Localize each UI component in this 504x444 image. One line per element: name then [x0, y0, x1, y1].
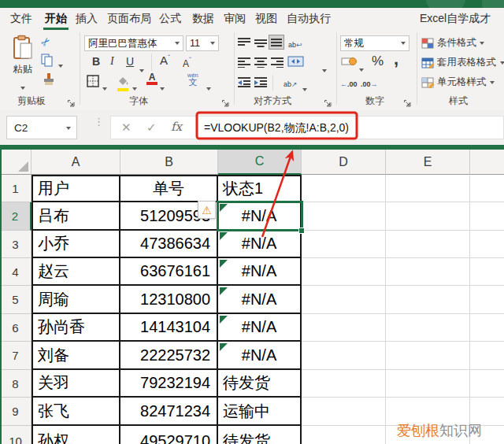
copy-dropdown-icon[interactable]: [58, 65, 63, 68]
cell-C1[interactable]: 状态1: [218, 175, 302, 202]
cell-D3[interactable]: [302, 231, 386, 258]
cell-E7[interactable]: [386, 342, 470, 370]
cell-E5[interactable]: [386, 286, 470, 314]
name-box[interactable]: C2: [6, 116, 77, 139]
row-header-7[interactable]: 7: [0, 342, 32, 370]
increase-decimal-button[interactable]: ←.00: [340, 76, 358, 90]
tab-公式[interactable]: 公式: [159, 8, 181, 30]
row-header-1[interactable]: 1: [0, 175, 32, 202]
align-top-icon[interactable]: [238, 37, 250, 51]
borders-icon[interactable]: [87, 75, 99, 91]
cut-icon[interactable]: ✂: [38, 34, 54, 50]
font-name-select[interactable]: 阿里巴巴普惠体: [84, 35, 183, 51]
row-header-4[interactable]: 4: [0, 258, 32, 286]
column-header-E[interactable]: E: [386, 150, 470, 175]
tab-插入[interactable]: 插入: [76, 8, 98, 30]
cell-C9[interactable]: 运输中: [218, 398, 302, 426]
cell-F8[interactable]: [470, 370, 504, 398]
cell-B4[interactable]: 63676161: [120, 258, 218, 286]
cell-E3[interactable]: [386, 231, 470, 258]
tab-自动执行[interactable]: 自动执行: [287, 8, 331, 30]
row-header-10[interactable]: 10: [0, 426, 32, 444]
fill-color-icon[interactable]: [117, 74, 129, 91]
decrease-decimal-button[interactable]: .00→: [361, 76, 378, 90]
column-header-A[interactable]: A: [32, 150, 120, 175]
cell-A8[interactable]: 关羽: [32, 370, 120, 398]
phonetic-guide-icon[interactable]: wén 文: [187, 72, 198, 85]
cell-B9[interactable]: 82471234: [120, 398, 218, 426]
cell-E4[interactable]: [386, 258, 470, 286]
cell-A7[interactable]: 刘备: [32, 342, 120, 370]
format-as-table-button[interactable]: 套用表格格式: [421, 56, 504, 69]
cell-A3[interactable]: 小乔: [32, 231, 120, 258]
cell-B6[interactable]: 14143104: [120, 314, 218, 342]
cell-D9[interactable]: [302, 398, 386, 426]
cell-A1[interactable]: 用户: [32, 175, 120, 202]
row-header-5[interactable]: 5: [0, 286, 32, 314]
cell-E2[interactable]: [386, 202, 470, 231]
column-header-C[interactable]: C: [218, 150, 302, 175]
align-right-icon[interactable]: [271, 57, 284, 71]
increase-indent-icon[interactable]: [254, 76, 267, 91]
cell-styles-button[interactable]: 单元格样式: [421, 76, 495, 89]
cell-F3[interactable]: [470, 231, 504, 258]
formula-text[interactable]: =VLOOKUP(B2,物流!A:B,2,0): [204, 121, 349, 135]
cell-E6[interactable]: [386, 314, 470, 342]
cell-F1[interactable]: [470, 175, 504, 202]
accounting-dropdown-icon[interactable]: [359, 68, 364, 72]
column-header-B[interactable]: B: [120, 150, 218, 175]
cell-D6[interactable]: [302, 314, 386, 342]
row-header-9[interactable]: 9: [0, 398, 32, 426]
cell-F5[interactable]: [470, 286, 504, 314]
font-color-icon[interactable]: A: [146, 73, 158, 85]
tab-开始[interactable]: 开始: [45, 8, 67, 30]
cell-C4[interactable]: #N/A: [218, 258, 302, 286]
number-format-select[interactable]: 常规: [340, 35, 410, 51]
tab-审阅[interactable]: 审阅: [224, 8, 246, 30]
cell-A5[interactable]: 周瑜: [32, 286, 120, 314]
cell-B10[interactable]: 49529710: [120, 426, 218, 444]
cell-A10[interactable]: 孙权: [32, 426, 120, 444]
row-header-3[interactable]: 3: [0, 231, 32, 258]
cell-F6[interactable]: [470, 314, 504, 342]
cell-A9[interactable]: 张飞: [32, 398, 120, 426]
cell-C3[interactable]: #N/A: [218, 231, 302, 258]
cell-D4[interactable]: [302, 258, 386, 286]
cell-B7[interactable]: 22225732: [120, 342, 218, 370]
cell-C2[interactable]: #N/A: [218, 202, 302, 231]
fill-color-dropdown-icon[interactable]: [132, 87, 137, 91]
borders-dropdown-icon[interactable]: [102, 87, 107, 91]
cell-D10[interactable]: [302, 426, 386, 444]
row-header-2[interactable]: 2: [0, 202, 32, 231]
cell-B8[interactable]: 79232194: [120, 370, 218, 398]
row-header-6[interactable]: 6: [0, 314, 32, 342]
align-center-icon[interactable]: [254, 57, 267, 71]
cell-D1[interactable]: [302, 175, 386, 202]
cell-C7[interactable]: #N/A: [218, 342, 302, 370]
underline-button[interactable]: U: [126, 55, 134, 68]
font-dialog-launcher-icon[interactable]: [221, 96, 229, 110]
format-painter-icon[interactable]: [41, 72, 55, 90]
merge-center-icon[interactable]: [287, 56, 304, 70]
cell-D7[interactable]: [302, 342, 386, 370]
cell-B3[interactable]: 47386634: [120, 231, 218, 258]
conditional-formatting-button[interactable]: 条件格式: [421, 36, 484, 50]
font-size-select[interactable]: 11: [186, 35, 219, 51]
tab-视图[interactable]: 视图: [255, 8, 277, 30]
cell-A2[interactable]: 吕布: [32, 202, 120, 231]
grow-font-button[interactable]: Aˆ: [160, 54, 170, 68]
insert-function-icon[interactable]: fx: [171, 120, 182, 134]
cell-E8[interactable]: [386, 370, 470, 398]
cell-B1[interactable]: 单号: [120, 175, 218, 202]
column-header-D[interactable]: D: [302, 150, 386, 175]
align-bottom-button-selected[interactable]: [269, 35, 284, 50]
orientation-dropdown-icon[interactable]: [302, 88, 307, 91]
tab-页面布局[interactable]: 页面布局: [107, 8, 151, 30]
column-header-F[interactable]: [470, 150, 504, 175]
wrap-text-icon[interactable]: ab↩: [288, 36, 302, 50]
tab-文件[interactable]: 文件: [10, 8, 32, 30]
cell-A6[interactable]: 孙尚香: [32, 314, 120, 342]
decrease-indent-icon[interactable]: [238, 76, 250, 91]
cell-D5[interactable]: [302, 286, 386, 314]
cell-C10[interactable]: 待发货: [218, 426, 302, 444]
